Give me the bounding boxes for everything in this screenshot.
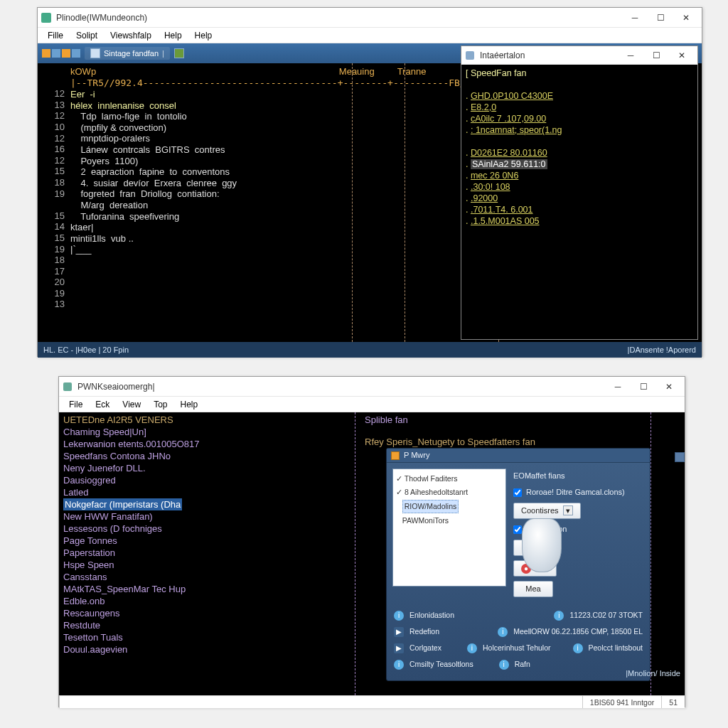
menu-help[interactable]: Help (159, 29, 188, 42)
overlay-row[interactable]: . .30:0! 108 (466, 181, 693, 193)
toolbar-left-icons (42, 49, 80, 58)
overlay-title: Intaéertalon (480, 50, 618, 60)
fan-illustration (522, 515, 562, 572)
rain-label: Rafn (515, 658, 530, 670)
menu2-file[interactable]: File (63, 398, 88, 411)
tool-icon-4[interactable] (72, 49, 80, 58)
button-mea[interactable]: Mea (513, 581, 553, 597)
list-item[interactable]: Lekerwanion etents.001005O817 (63, 438, 333, 450)
overlay-body[interactable]: [ SpeedFan fan. GHD.0P100 C4300E. E8.2,0… (461, 65, 697, 339)
list-item[interactable]: MAtkTAS_SpeenMar Tec Hup (63, 583, 333, 595)
menu-file[interactable]: Fille (42, 29, 69, 42)
menu-help2[interactable]: Help (189, 29, 218, 42)
dialog-heading: EOMaffet fians (513, 470, 644, 482)
list-item[interactable]: New HWW Fanatifan) (63, 510, 333, 523)
tree-item[interactable]: ✓ 8 Aiheshedoltstanrt (396, 486, 503, 499)
list-item[interactable]: Speedfans Contona JHNo (63, 450, 333, 462)
info-icon-3: i (498, 627, 508, 637)
tab-side-icon[interactable] (174, 48, 184, 58)
tool-icon-3[interactable] (62, 49, 70, 58)
status-left: HL. EC - |H0ee | 20 Fpin (43, 346, 129, 354)
overlay-row[interactable]: . .92000 (466, 193, 693, 204)
overlay-row[interactable]: . D0261E2 80.01160 (466, 147, 693, 159)
cmsilty-label: Cmsilty Teasoltlons (410, 658, 473, 670)
col-header-3: Tranne (397, 66, 427, 77)
overlay-maximize-button[interactable]: ☐ (643, 46, 669, 65)
menu-viewhelp[interactable]: Viewshfalp (105, 29, 157, 42)
tree-item[interactable]: ✓ Thodwl Faditers (396, 472, 503, 486)
col-header-1: kOWp (70, 66, 333, 77)
tree-item[interactable]: PAWMoniTors (396, 514, 503, 528)
menu2-help[interactable]: Help (175, 398, 204, 411)
tree-item[interactable]: RIOW/Madolins (396, 499, 503, 514)
line-number (38, 199, 65, 210)
list-item[interactable]: Dausioggred (63, 474, 333, 486)
dropdown-icon[interactable]: ▾ (563, 505, 573, 515)
list-item[interactable]: Rescaungens (63, 607, 333, 619)
statusbar: HL. EC - |H0ee | 20 Fpin |DAnsente !Apor… (38, 342, 702, 358)
checkbox-2[interactable] (513, 525, 522, 534)
list-item[interactable]: Nokgefacr (Imperistars (Dha (63, 498, 333, 510)
play-icon[interactable]: ▶ (394, 627, 404, 637)
overlay-minimize-button[interactable]: ─ (618, 46, 643, 65)
surface-status-right: |Mnolion/ Inside (626, 668, 680, 680)
overlay-row[interactable]: . cA0ilc 7 .107,09.00 (466, 113, 693, 124)
line-number: 19 (38, 244, 65, 255)
list-item[interactable]: UETEDne AI2R5 VENERS (63, 414, 333, 426)
overlay-row[interactable]: . E8.2,0 (466, 102, 693, 113)
list-item[interactable]: Restdute (63, 619, 333, 631)
list-item[interactable]: Neny Juenefor DLL. (63, 462, 333, 474)
list-item[interactable]: Douul.aagevien (63, 643, 333, 655)
document-tab[interactable]: Sintage fandfan | (85, 47, 170, 60)
list-item[interactable]: Edble.onb (63, 595, 333, 607)
line-number: 13 (38, 299, 65, 310)
info-icon-7: i (499, 660, 509, 670)
overlay-row[interactable]: . GHD.0P100 C4300E (466, 90, 693, 102)
svg-rect-0 (41, 13, 51, 23)
maximize-button[interactable]: ☐ (648, 9, 673, 27)
overlay-row[interactable]: . .7011.T4. 6.001 (466, 204, 693, 215)
corgatex-label: Corlgatex (410, 642, 441, 654)
dialog-footer: i Enlonidastion i 11223.C02 07 3TOKT ▶ R… (387, 603, 650, 680)
info-icon-4: i (467, 643, 477, 653)
play-icon-2[interactable]: ▶ (394, 643, 404, 653)
tool-icon-2[interactable] (52, 49, 60, 58)
checkbox-1[interactable] (513, 488, 522, 497)
list-item[interactable]: Latled (63, 486, 333, 498)
minimize-button[interactable]: ─ (622, 9, 648, 27)
overlay-row[interactable]: . .1.5.M001AS 005 (466, 215, 693, 227)
project-label: Peolcct lintsbout (589, 642, 643, 654)
list-item[interactable]: Page Tonnes (63, 535, 333, 547)
sidebar-toggle-icon[interactable] (675, 452, 685, 462)
line-number: 12 (38, 155, 65, 166)
close-button[interactable]: ✕ (673, 9, 699, 27)
overlay-row[interactable]: . : 1ncamnat; speor(1.ng (466, 124, 693, 136)
monitor-minimize-button[interactable]: ─ (605, 378, 631, 396)
monitor-window-title: PWNKseaioomergh| (77, 382, 605, 392)
checkbox-1-label: Roroae! Ditre Gamcal.clons) (526, 486, 625, 498)
left-list[interactable]: UETEDne AI2R5 VENERSChaming Speed|Un]Lek… (63, 414, 333, 655)
list-item[interactable]: Cansstans (63, 571, 333, 583)
tool-icon-1[interactable] (42, 49, 50, 58)
checkbox-1-row[interactable]: Roroae! Ditre Gamcal.clons) (513, 486, 644, 498)
settings-tree[interactable]: ✓ Thodwl Faditers✓ 8 Aiheshedoltstanrt R… (392, 469, 506, 587)
right-heading-block: Splible fan Rfey Speris_Netugety to Spee… (365, 414, 535, 448)
window-title: Plinodle(IWMundeonch) (56, 13, 622, 23)
document-icon (90, 48, 100, 58)
menu-script[interactable]: Solipt (70, 29, 103, 42)
overlay-row[interactable]: . SAinlAa2 59.611:0 (466, 159, 693, 170)
monitor-maximize-button[interactable]: ☐ (631, 378, 656, 396)
overlay-row[interactable]: . mec 26 0N6 (466, 170, 693, 181)
list-item[interactable]: Hspe Speen (63, 559, 333, 571)
menu2-view[interactable]: View (117, 398, 146, 411)
svg-rect-2 (63, 382, 72, 391)
monitor-close-button[interactable]: ✕ (656, 378, 682, 396)
line-number: 15 (38, 166, 65, 177)
menu2-top[interactable]: Top (148, 398, 173, 411)
list-item[interactable]: Lessesons (D fochniges (63, 523, 333, 535)
list-item[interactable]: Tesetton Tuals (63, 631, 333, 643)
list-item[interactable]: Chaming Speed|Un] (63, 426, 333, 438)
list-item[interactable]: Paperstation (63, 547, 333, 559)
overlay-close-button[interactable]: ✕ (669, 46, 695, 65)
menu2-edit[interactable]: Eck (90, 398, 115, 411)
